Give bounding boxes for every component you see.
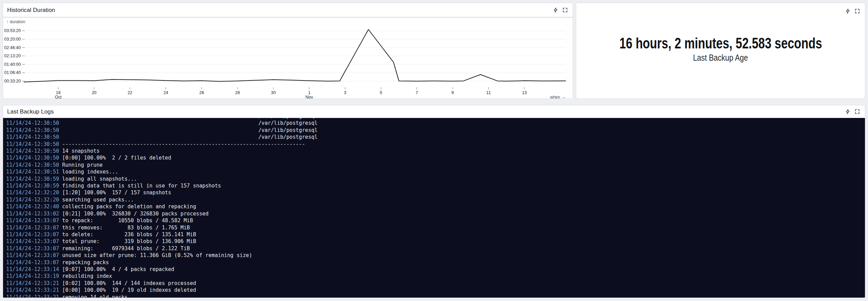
log-timestamp: 11/14/24-12:33:21 [6, 280, 59, 286]
log-line: 11/14/24-12:30:51 loading indexes... [6, 168, 865, 175]
log-timestamp: 11/14/24-12:30:50 [6, 118, 59, 119]
log-timestamp: 11/14/24-12:30:50 [6, 162, 59, 168]
log-line: 11/14/24-12:30:50 [0:00] 100.00% 2 / 2 f… [6, 154, 865, 161]
log-message: rebuilding index [59, 273, 112, 279]
stat-value: 16 hours, 2 minutes, 52.583 seconds [619, 35, 822, 52]
panel-title: Historical Duration [7, 7, 55, 14]
log-line: 11/14/24-12:33:07 total prune: 319 blobs… [6, 238, 865, 245]
log-timestamp: 11/14/24-12:30:50 [6, 120, 59, 126]
log-line: 11/14/24-12:33:21 [0:00] 100.00% 19 / 19… [6, 287, 865, 294]
historical-duration-panel: Historical Duration ↑ duration00:33:2001… [3, 3, 573, 99]
x-tick-label: 18 [56, 90, 61, 95]
y-axis-label: ↑ duration [6, 19, 25, 24]
log-timestamp: 11/14/24-12:33:07 [6, 231, 59, 238]
log-line: 11/14/24-12:30:50 /var/lib/postgresql [6, 127, 865, 134]
y-tick-label: 03:20:00 [4, 37, 21, 42]
log-timestamp: 11/14/24-12:30:51 [6, 169, 59, 175]
log-message: [0:00] 100.00% 2 / 2 files deleted [59, 155, 171, 161]
x-tick-label: 24 [163, 90, 168, 95]
log-timestamp: 11/14/24-12:30:59 [6, 183, 59, 189]
log-line: 11/14/24-12:33:21 removing 14 old packs [6, 294, 865, 298]
log-message: remaining: 6979344 blobs / 2.122 TiB [59, 245, 190, 252]
log-timestamp: 11/14/24-12:33:07 [6, 217, 59, 224]
lightning-icon[interactable] [552, 7, 558, 13]
log-message: /var/lib/postgresql [59, 134, 317, 140]
x-tick-label: 11 [486, 90, 491, 95]
log-timestamp: 11/14/24-12:30:50 [6, 141, 59, 147]
log-output-area[interactable]: 11/14/24-12:30:50 /var/lib/postgresql11/… [3, 118, 865, 298]
x-tick-month-label: Nov [305, 95, 313, 99]
panel-header: Last Backup Logs [3, 105, 865, 118]
duration-line-chart[interactable]: ↑ duration00:33:2001:06:4001:40:0002:13:… [3, 17, 573, 99]
panel-actions [845, 8, 860, 14]
y-tick-label: 01:06:40 [4, 70, 21, 75]
log-message: [1:20] 100.00% 157 / 157 snapshots [59, 190, 171, 196]
log-timestamp: 11/14/24-12:30:59 [6, 176, 59, 182]
log-message: [0:02] 100.00% 144 / 144 indexes process… [59, 280, 196, 286]
log-line: 11/14/24-12:30:50 /var/lib/postgresql [6, 134, 865, 140]
log-line: 11/14/24-12:30:59 loading all snapshots.… [6, 176, 865, 182]
log-timestamp: 11/14/24-12:33:07 [6, 245, 59, 252]
lightning-icon[interactable] [845, 8, 851, 14]
panel-header: Historical Duration [3, 3, 573, 17]
log-timestamp: 11/14/24-12:33:21 [6, 294, 59, 298]
log-message: /var/lib/postgresql [59, 120, 317, 126]
log-message: collecting packs for deletion and repack… [59, 204, 196, 210]
log-message: removing 14 old packs [59, 294, 127, 298]
log-message: unused size after prune: 11.366 GiB (0.5… [59, 252, 252, 258]
x-tick-month-label: Oct [55, 95, 62, 99]
log-message: [0:00] 100.00% 19 / 19 old indexes delet… [59, 287, 196, 293]
log-line: 11/14/24-12:30:59 finding data that is s… [6, 182, 865, 189]
log-line: 11/14/24-12:30:50 Running prune [6, 162, 865, 168]
log-line: 11/14/24-12:33:21 [0:02] 100.00% 144 / 1… [6, 280, 865, 287]
x-tick-label: 28 [235, 90, 240, 95]
x-tick-label: 9 [452, 90, 454, 95]
log-line: 11/14/24-12:30:50 ----------------------… [6, 141, 865, 148]
x-tick-label: 13 [522, 90, 527, 95]
log-message: this removes: 83 blobs / 1.765 MiB [59, 225, 190, 231]
log-message: loading all snapshots... [59, 176, 137, 182]
log-timestamp: 11/14/24-12:33:19 [6, 273, 59, 279]
log-line: 11/14/24-12:33:07 to repack: 10550 blobs… [6, 217, 865, 224]
log-timestamp: 11/14/24-12:33:21 [6, 287, 59, 293]
log-line: 11/14/24-12:32:40 collecting packs for d… [6, 203, 865, 210]
log-message: loading indexes... [59, 169, 118, 175]
log-timestamp: 11/14/24-12:33:14 [6, 266, 59, 272]
log-line: 11/14/24-12:30:50 /var/lib/postgresql [6, 120, 865, 126]
expand-icon[interactable] [854, 109, 860, 115]
log-line: 11/14/24-12:33:19 rebuilding index [6, 273, 865, 280]
log-message: repacking packs [59, 259, 109, 266]
log-timestamp: 11/14/24-12:33:07 [6, 225, 59, 231]
log-line: 11/14/24-12:33:07 this removes: 83 blobs… [6, 224, 865, 231]
log-message: 14 snapshots [59, 148, 99, 154]
log-line: 11/14/24-12:33:02 [0:21] 100.00% 326830 … [6, 210, 865, 217]
log-timestamp: 11/14/24-12:30:50 [6, 148, 59, 154]
expand-icon[interactable] [854, 8, 860, 14]
log-lines: 11/14/24-12:30:50 /var/lib/postgresql11/… [3, 118, 865, 298]
log-message: /var/lib/postgresql [59, 127, 317, 133]
log-message: searching used packs... [59, 197, 133, 203]
log-line: 11/14/24-12:33:07 remaining: 6979344 blo… [6, 245, 865, 252]
log-message: /var/lib/postgresql [59, 118, 317, 119]
expand-icon[interactable] [562, 7, 568, 13]
log-timestamp: 11/14/24-12:30:50 [6, 134, 59, 140]
x-tick-label: 7 [416, 90, 418, 95]
log-timestamp: 11/14/24-12:30:50 [6, 127, 59, 133]
x-tick-label: 1 [308, 90, 311, 95]
log-timestamp: 11/14/24-12:33:02 [6, 211, 59, 217]
x-tick-label: 5 [380, 90, 382, 95]
stat-content: 16 hours, 2 minutes, 52.583 seconds Last… [576, 3, 865, 99]
log-timestamp: 11/14/24-12:32:20 [6, 197, 59, 203]
last-backup-logs-panel: Last Backup Logs 11/14/24-12:30:50 /var/… [3, 105, 865, 298]
log-timestamp: 11/14/24-12:30:50 [6, 155, 59, 161]
log-line: 11/14/24-12:33:07 to delete: 236 blobs /… [6, 231, 865, 238]
chart-canvas[interactable]: ↑ duration00:33:2001:06:4001:40:0002:13:… [3, 17, 573, 99]
log-message: finding data that is still in use for 15… [59, 183, 221, 189]
log-message: [0:21] 100.00% 326830 / 326830 packs pro… [59, 211, 208, 217]
x-tick-label: 3 [344, 90, 346, 95]
log-message: [0:07] 100.00% 4 / 4 packs repacked [59, 266, 174, 272]
log-message: total prune: 319 blobs / 136.906 MiB [59, 238, 196, 244]
lightning-icon[interactable] [845, 109, 851, 115]
log-line: 11/14/24-12:32:20 searching used packs..… [6, 196, 865, 203]
y-tick-label: 01:40:00 [4, 62, 21, 67]
